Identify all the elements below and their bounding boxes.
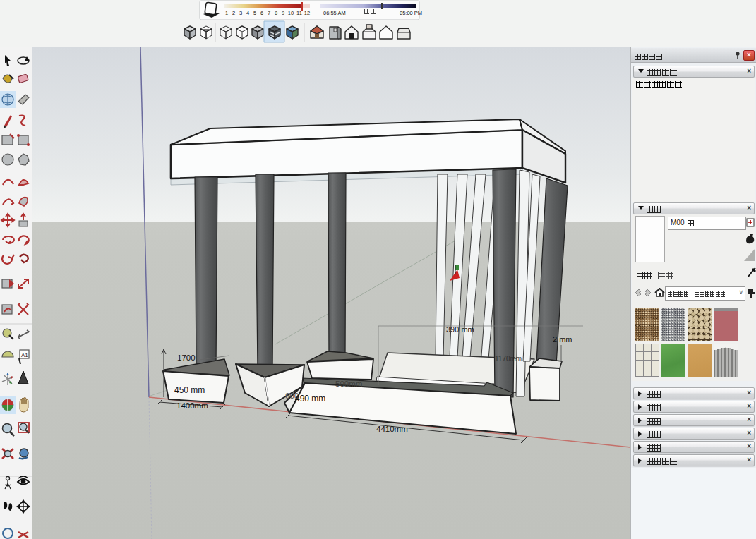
svg-text:500mm: 500mm [335, 380, 362, 388]
svg-text:1400mm: 1400mm [176, 401, 208, 410]
svg-text:A1: A1 [21, 352, 28, 358]
svg-text:4410mm: 4410mm [376, 425, 408, 433]
svg-text:1170mm: 1170mm [495, 355, 522, 363]
svg-text:2 mm: 2 mm [553, 335, 572, 344]
svg-text:1700: 1700 [177, 353, 196, 362]
svg-text:390 mm: 390 mm [446, 325, 474, 334]
svg-text:490 mm: 490 mm [295, 394, 325, 404]
svg-text:450 mm: 450 mm [174, 385, 205, 395]
